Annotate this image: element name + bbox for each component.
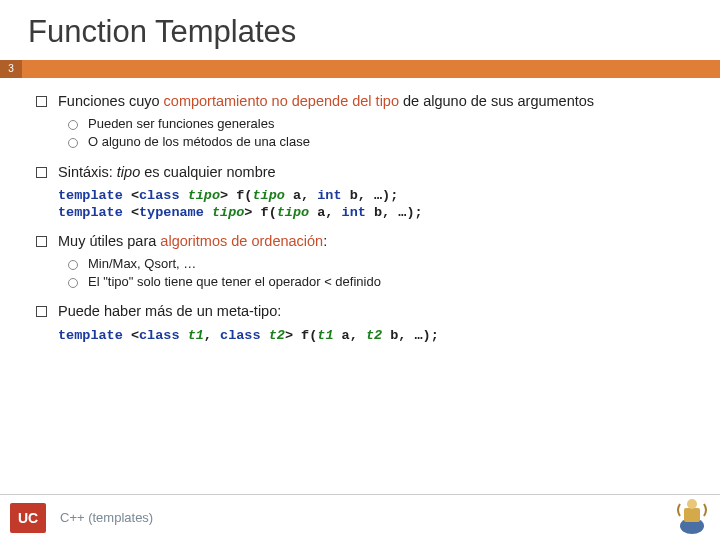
tp: tipo bbox=[277, 205, 309, 220]
text: : bbox=[323, 233, 327, 249]
text: de alguno de sus argumentos bbox=[399, 93, 594, 109]
bullet-1: Funciones cuyo comportamiento no depende… bbox=[36, 92, 700, 110]
bullet-1-sub-1: Pueden ser funciones generales bbox=[66, 116, 700, 132]
uc-logo-icon: UC bbox=[10, 503, 46, 533]
bullet-2: Sintáxis: tipo es cualquier nombre bbox=[36, 163, 700, 181]
tp: t1 bbox=[317, 328, 333, 343]
bullet-1-sub-2: O alguno de los métodos de una clase bbox=[66, 134, 700, 150]
code-line-1: template <class tipo> f(tipo a, int b, …… bbox=[58, 187, 700, 205]
bullet-3-sub-2: El "tipo" solo tiene que tener el operad… bbox=[66, 274, 700, 290]
bullet-3-sub-1: Min/Max, Qsort, … bbox=[66, 256, 700, 272]
tp: t2 bbox=[269, 328, 285, 343]
bullet-4: Puede haber más de un meta-tipo: bbox=[36, 302, 700, 320]
t: , bbox=[204, 328, 220, 343]
text: Muy útiles para bbox=[58, 233, 160, 249]
t: > f( bbox=[285, 328, 317, 343]
svg-point-2 bbox=[687, 499, 697, 509]
tp: tipo bbox=[188, 188, 220, 203]
title-area: Function Templates bbox=[0, 0, 720, 60]
text: es cualquier nombre bbox=[140, 164, 275, 180]
text: Funciones cuyo bbox=[58, 93, 164, 109]
t: < bbox=[123, 188, 139, 203]
code-line-3: template <class t1, class t2> f(t1 a, t2… bbox=[58, 327, 700, 345]
t bbox=[180, 188, 188, 203]
content-area: Funciones cuyo comportamiento no depende… bbox=[0, 78, 720, 344]
tp: t1 bbox=[188, 328, 204, 343]
kw: typename bbox=[139, 205, 204, 220]
t: b, …); bbox=[382, 328, 439, 343]
svg-rect-1 bbox=[684, 508, 700, 522]
footer-text: C++ (templates) bbox=[60, 510, 153, 525]
italic-text: tipo bbox=[117, 164, 140, 180]
footer: UC C++ (templates) bbox=[0, 494, 720, 540]
t: a, bbox=[333, 328, 365, 343]
highlight-text: comportamiento no depende del tipo bbox=[164, 93, 399, 109]
kw: int bbox=[342, 205, 366, 220]
t: a, bbox=[309, 205, 341, 220]
kw: class bbox=[139, 328, 180, 343]
accent-bar: 3 bbox=[0, 60, 720, 78]
t: b, …); bbox=[342, 188, 399, 203]
highlight-text: algoritmos de ordenación bbox=[160, 233, 323, 249]
t: < bbox=[123, 205, 139, 220]
t bbox=[261, 328, 269, 343]
kw: template bbox=[58, 205, 123, 220]
kw: template bbox=[58, 188, 123, 203]
tp: tipo bbox=[212, 205, 244, 220]
t: b, …); bbox=[366, 205, 423, 220]
kw: class bbox=[220, 328, 261, 343]
t bbox=[180, 328, 188, 343]
crest-logo-icon bbox=[674, 496, 710, 536]
text: Sintáxis: bbox=[58, 164, 117, 180]
kw: template bbox=[58, 328, 123, 343]
bullet-3: Muy útiles para algoritmos de ordenación… bbox=[36, 232, 700, 250]
tp: t2 bbox=[366, 328, 382, 343]
kw: class bbox=[139, 188, 180, 203]
t: > f( bbox=[220, 188, 252, 203]
tp: tipo bbox=[252, 188, 284, 203]
slide-title: Function Templates bbox=[28, 14, 720, 50]
t: < bbox=[123, 328, 139, 343]
code-line-2: template <typename tipo> f(tipo a, int b… bbox=[58, 204, 700, 222]
t: a, bbox=[285, 188, 317, 203]
t: > f( bbox=[244, 205, 276, 220]
kw: int bbox=[317, 188, 341, 203]
slide-number: 3 bbox=[0, 60, 22, 78]
t bbox=[204, 205, 212, 220]
